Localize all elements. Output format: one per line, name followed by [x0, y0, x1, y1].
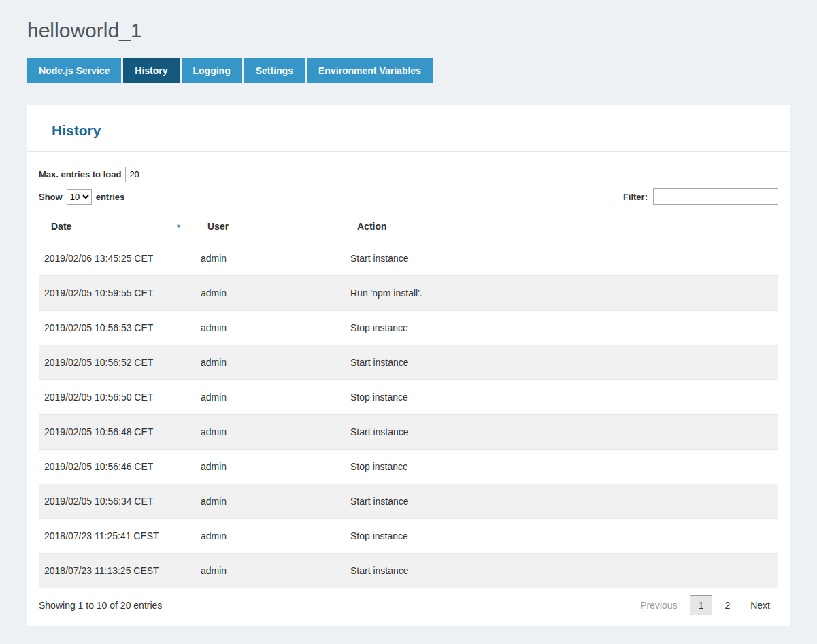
cell-date: 2019/02/05 10:56:50 CET — [39, 380, 195, 415]
cell-action: Stop instance — [345, 380, 778, 415]
cell-user: admin — [195, 484, 345, 519]
table-controls: Show 10 entries Filter: — [39, 188, 778, 205]
cell-date: 2018/07/23 11:25:41 CEST — [39, 519, 195, 554]
cell-action: Start instance — [345, 554, 778, 588]
tab-nodejs-service[interactable]: Node.js Service — [27, 58, 121, 83]
sort-descending-icon: ▼ — [176, 223, 182, 230]
history-table: Date ▼ User Action 2019/02/06 13:45:25 C… — [39, 214, 778, 588]
page-1-button[interactable]: 1 — [690, 595, 713, 615]
page-size-control: Show 10 entries — [39, 189, 124, 205]
cell-action: Start instance — [345, 345, 778, 380]
cell-user: admin — [195, 415, 345, 450]
table-row: 2018/07/23 11:13:25 CEST admin Start ins… — [39, 554, 778, 588]
panel-body: Max. entries to load Show 10 entries Fil… — [27, 152, 790, 626]
panel-title: History — [52, 122, 765, 139]
table-row: 2019/02/06 13:45:25 CET admin Start inst… — [39, 241, 778, 276]
column-header-user[interactable]: User — [195, 214, 345, 241]
max-entries-control: Max. entries to load — [39, 167, 778, 182]
previous-page-button[interactable]: Previous — [632, 596, 685, 615]
cell-user: admin — [195, 450, 345, 484]
cell-date: 2019/02/05 10:59:55 CET — [39, 276, 195, 311]
table-row: 2018/07/23 11:25:41 CEST admin Stop inst… — [39, 519, 778, 554]
tab-logging[interactable]: Logging — [182, 58, 242, 83]
pagination: Previous 1 2 Next — [632, 595, 778, 615]
page: helloworld_1 Node.js Service History Log… — [0, 0, 817, 626]
cell-user: admin — [195, 276, 345, 311]
column-header-date[interactable]: Date ▼ — [39, 214, 195, 241]
cell-action: Start instance — [345, 415, 778, 450]
cell-user: admin — [195, 380, 345, 415]
tab-settings[interactable]: Settings — [244, 58, 305, 83]
table-row: 2019/02/05 10:56:48 CET admin Start inst… — [39, 415, 778, 450]
table-header: Date ▼ User Action — [39, 214, 778, 241]
page-title: helloworld_1 — [27, 0, 790, 58]
column-header-action[interactable]: Action — [345, 214, 778, 241]
tab-history[interactable]: History — [123, 58, 179, 83]
cell-user: admin — [195, 554, 345, 588]
history-panel: History Max. entries to load Show 10 ent… — [27, 105, 790, 626]
cell-date: 2019/02/05 10:56:52 CET — [39, 345, 195, 380]
filter-label: Filter: — [623, 192, 648, 202]
table-row: 2019/02/05 10:56:53 CET admin Stop insta… — [39, 311, 778, 345]
cell-user: admin — [195, 241, 345, 276]
cell-action: Stop instance — [345, 311, 778, 345]
cell-date: 2019/02/05 10:56:46 CET — [39, 450, 195, 484]
show-label: Show — [39, 192, 63, 202]
panel-heading: History — [27, 105, 790, 152]
table-footer: Showing 1 to 10 of 20 entries Previous 1… — [39, 588, 778, 626]
cell-user: admin — [195, 311, 345, 345]
cell-date: 2019/02/05 10:56:34 CET — [39, 484, 195, 519]
table-row: 2019/02/05 10:59:55 CET admin Run 'npm i… — [39, 276, 778, 311]
page-2-button[interactable]: 2 — [716, 596, 738, 615]
cell-action: Start instance — [345, 484, 778, 519]
next-page-button[interactable]: Next — [742, 596, 778, 615]
max-entries-label: Max. entries to load — [39, 169, 121, 180]
table-row: 2019/02/05 10:56:46 CET admin Stop insta… — [39, 450, 778, 484]
filter-control: Filter: — [623, 188, 778, 205]
cell-user: admin — [195, 519, 345, 554]
cell-date: 2018/07/23 11:13:25 CEST — [39, 554, 195, 588]
cell-action: Start instance — [345, 241, 778, 276]
cell-action: Stop instance — [345, 519, 778, 554]
cell-action: Stop instance — [345, 450, 778, 484]
table-header-row: Date ▼ User Action — [39, 214, 778, 241]
cell-user: admin — [195, 345, 345, 380]
table-row: 2019/02/05 10:56:50 CET admin Stop insta… — [39, 380, 778, 415]
table-body: 2019/02/06 13:45:25 CET admin Start inst… — [39, 241, 778, 588]
max-entries-input[interactable] — [125, 167, 167, 182]
cell-date: 2019/02/05 10:56:53 CET — [39, 311, 195, 345]
filter-input[interactable] — [653, 188, 778, 205]
entries-label: entries — [96, 192, 125, 202]
table-row: 2019/02/05 10:56:52 CET admin Start inst… — [39, 345, 778, 380]
cell-action: Run 'npm install'. — [345, 276, 778, 311]
column-header-date-label: Date — [51, 221, 71, 232]
cell-date: 2019/02/05 10:56:48 CET — [39, 415, 195, 450]
tab-environment-variables[interactable]: Environment Variables — [307, 58, 433, 83]
table-row: 2019/02/05 10:56:34 CET admin Start inst… — [39, 484, 778, 519]
cell-date: 2019/02/06 13:45:25 CET — [39, 241, 195, 276]
tab-bar: Node.js Service History Logging Settings… — [27, 58, 790, 83]
page-size-select[interactable]: 10 — [67, 189, 92, 205]
entries-info: Showing 1 to 10 of 20 entries — [39, 600, 162, 611]
